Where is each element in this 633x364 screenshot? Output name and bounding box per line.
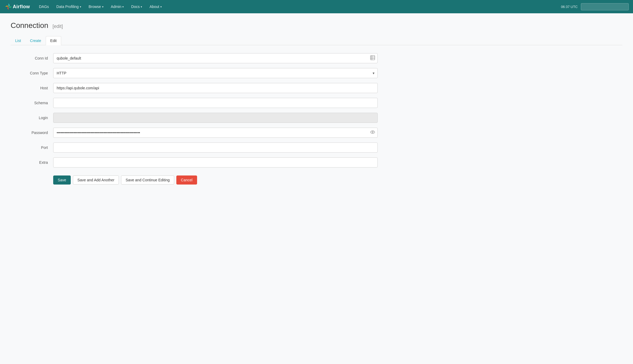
nav-logo-text: Airflow bbox=[13, 4, 30, 10]
password-input[interactable] bbox=[53, 128, 378, 138]
nav-item-dags[interactable]: DAGs bbox=[35, 0, 53, 13]
tab-edit[interactable]: Edit bbox=[46, 36, 61, 45]
svg-marker-0 bbox=[9, 3, 10, 7]
login-row: Login bbox=[11, 113, 378, 123]
chevron-down-icon: ▾ bbox=[102, 5, 103, 8]
chevron-down-icon: ▾ bbox=[80, 5, 81, 8]
save-button[interactable]: Save bbox=[53, 175, 71, 185]
nav-item-browse[interactable]: Browse ▾ bbox=[85, 0, 107, 13]
host-label: Host bbox=[11, 86, 53, 90]
table-icon bbox=[370, 55, 375, 61]
nav-item-dataprofiling[interactable]: Data Profiling ▾ bbox=[53, 0, 85, 13]
nav-item-admin[interactable]: Admin ▾ bbox=[107, 0, 128, 13]
login-input[interactable] bbox=[53, 113, 378, 123]
conn-type-row: Conn Type HTTP ▾ bbox=[11, 68, 378, 78]
edit-badge: [edit] bbox=[52, 24, 63, 29]
schema-label: Schema bbox=[11, 101, 53, 105]
page-content: Connection [edit] List Create Edit Conn … bbox=[0, 13, 633, 193]
chevron-down-icon: ▾ bbox=[160, 5, 162, 8]
cancel-button[interactable]: Cancel bbox=[176, 175, 197, 185]
schema-input[interactable] bbox=[53, 98, 378, 108]
svg-marker-1 bbox=[9, 7, 12, 8]
port-input[interactable] bbox=[53, 143, 378, 153]
save-add-another-button[interactable]: Save and Add Another bbox=[73, 175, 119, 185]
eye-icon[interactable] bbox=[370, 130, 375, 136]
nav-link-admin[interactable]: Admin ▾ bbox=[107, 0, 128, 13]
nav-logo[interactable]: Airflow bbox=[4, 2, 30, 11]
nav-search-input[interactable] bbox=[581, 3, 629, 10]
nav-item-about[interactable]: About ▾ bbox=[146, 0, 165, 13]
host-input[interactable] bbox=[53, 83, 378, 93]
chevron-down-icon: ▾ bbox=[122, 5, 124, 8]
nav-link-browse[interactable]: Browse ▾ bbox=[85, 0, 107, 13]
nav-link-dataprofiling[interactable]: Data Profiling ▾ bbox=[53, 0, 85, 13]
svg-point-8 bbox=[372, 132, 373, 133]
password-wrapper bbox=[53, 128, 378, 138]
nav-link-about[interactable]: About ▾ bbox=[146, 0, 165, 13]
airflow-logo-icon bbox=[4, 2, 13, 11]
password-label: Password bbox=[11, 131, 53, 135]
svg-marker-3 bbox=[5, 5, 9, 7]
svg-rect-4 bbox=[370, 56, 375, 60]
connection-form: Conn Id Conn Type HTTP bbox=[11, 53, 378, 185]
page-title: Connection [edit] bbox=[11, 21, 622, 30]
conn-id-label: Conn Id bbox=[11, 56, 53, 60]
nav-link-dags[interactable]: DAGs bbox=[35, 0, 53, 13]
tab-create[interactable]: Create bbox=[26, 36, 46, 45]
nav-link-docs[interactable]: Docs ▾ bbox=[127, 0, 146, 13]
login-label: Login bbox=[11, 116, 53, 120]
save-continue-editing-button[interactable]: Save and Continue Editing bbox=[121, 175, 174, 185]
conn-id-row: Conn Id bbox=[11, 53, 378, 63]
extra-input[interactable] bbox=[53, 157, 378, 168]
extra-label: Extra bbox=[11, 160, 53, 165]
tab-list[interactable]: List bbox=[11, 36, 26, 45]
host-row: Host bbox=[11, 83, 378, 93]
conn-type-select-wrapper: HTTP ▾ bbox=[53, 68, 378, 78]
conn-type-label: Conn Type bbox=[11, 71, 53, 75]
port-label: Port bbox=[11, 145, 53, 150]
svg-marker-2 bbox=[7, 7, 9, 10]
schema-row: Schema bbox=[11, 98, 378, 108]
conn-type-select[interactable]: HTTP bbox=[53, 68, 378, 78]
nav-time: 06:37 UTC bbox=[561, 5, 578, 9]
conn-id-wrapper bbox=[53, 53, 378, 63]
navbar: Airflow DAGs Data Profiling ▾ Browse ▾ A… bbox=[0, 0, 633, 13]
port-row: Port bbox=[11, 143, 378, 153]
password-row: Password bbox=[11, 128, 378, 138]
extra-row: Extra bbox=[11, 157, 378, 168]
nav-right: 06:37 UTC bbox=[561, 3, 629, 10]
nav-item-docs[interactable]: Docs ▾ bbox=[127, 0, 146, 13]
chevron-down-icon: ▾ bbox=[141, 5, 142, 8]
form-actions: Save Save and Add Another Save and Conti… bbox=[11, 175, 378, 185]
tabs: List Create Edit bbox=[11, 36, 622, 45]
conn-id-input[interactable] bbox=[53, 53, 378, 63]
nav-menu: DAGs Data Profiling ▾ Browse ▾ Admin ▾ D… bbox=[35, 0, 561, 13]
